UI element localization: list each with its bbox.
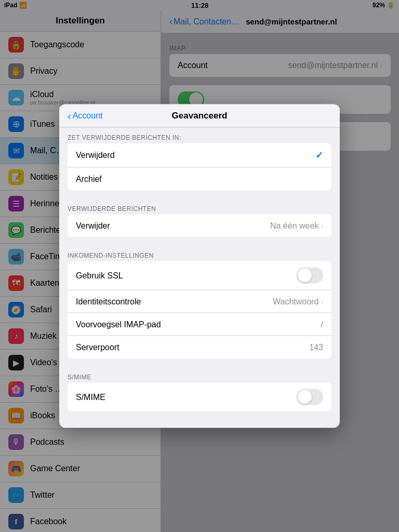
- modal-body: ZET VERWIJDERDE BERICHTEN IN: Verwijderd…: [59, 128, 340, 428]
- modal: ‹ Account Geavanceerd ZET VERWIJDERDE BE…: [59, 104, 340, 428]
- verwijder-value: Na één week ›: [270, 221, 323, 231]
- verwijderd-label: Verwijderd: [76, 151, 115, 160]
- modal-title: Geavanceerd: [172, 111, 228, 121]
- voorvoegsel-value: /: [321, 320, 323, 329]
- identiteit-label: Identiteitscontrole: [76, 297, 141, 306]
- verwijder-text: Na één week: [270, 221, 318, 231]
- modal-row-ssl[interactable]: Gebruik SSL: [68, 261, 331, 290]
- voorvoegsel-label: Voorvoegsel IMAP-pad: [76, 320, 161, 329]
- modal-row-verwijder[interactable]: Verwijder Na één week ›: [68, 215, 331, 237]
- identiteit-text: Wachtwoord: [273, 297, 318, 306]
- modal-back-button[interactable]: ‹ Account: [68, 110, 102, 122]
- smime-toggle[interactable]: [297, 389, 323, 405]
- section-group-2: Gebruik SSL Identiteitscontrole Wachtwoo…: [68, 261, 331, 359]
- modal-row-archief[interactable]: Archief: [68, 168, 331, 191]
- verwijder-chevron-icon: ›: [321, 222, 323, 230]
- section-label-3: S/MIME: [59, 367, 340, 383]
- section-label-2: INKOMEND-INSTELLINGEN: [59, 246, 340, 261]
- verwijderd-checkmark: ✓: [315, 150, 323, 161]
- section-group-1: Verwijder Na één week ›: [68, 215, 331, 237]
- modal-header: ‹ Account Geavanceerd: [59, 104, 340, 128]
- modal-row-verwijderd[interactable]: Verwijderd ✓: [68, 143, 331, 168]
- serverpoort-text: 143: [309, 343, 323, 352]
- modal-row-identiteit[interactable]: Identiteitscontrole Wachtwoord ›: [68, 290, 331, 313]
- section-label-1: VERWIJDERDE BERICHTEN: [59, 199, 340, 215]
- ssl-toggle-knob: [298, 269, 312, 283]
- smime-toggle-knob: [298, 390, 312, 404]
- serverpoort-value: 143: [309, 343, 323, 352]
- modal-row-voorvoegsel[interactable]: Voorvoegsel IMAP-pad /: [68, 313, 331, 336]
- modal-row-serverpoort[interactable]: Serverpoort 143: [68, 336, 331, 359]
- ssl-label: Gebruik SSL: [76, 271, 123, 280]
- modal-back-label: Account: [73, 111, 103, 121]
- serverpoort-label: Serverpoort: [76, 343, 119, 352]
- ssl-toggle[interactable]: [297, 268, 323, 284]
- identiteit-value: Wachtwoord ›: [273, 297, 323, 306]
- identiteit-chevron-icon: ›: [321, 297, 323, 305]
- smime-label: S/MIME: [76, 392, 105, 402]
- section-group-3: S/MIME: [68, 383, 331, 411]
- section-label-0: ZET VERWIJDERDE BERICHTEN IN:: [59, 128, 340, 143]
- section-group-0: Verwijderd ✓ Archief: [68, 143, 331, 191]
- verwijder-label: Verwijder: [76, 221, 110, 231]
- archief-label: Archief: [76, 175, 102, 184]
- voorvoegsel-text: /: [321, 320, 323, 329]
- modal-back-chevron-icon: ‹: [68, 110, 71, 122]
- modal-row-smime[interactable]: S/MIME: [68, 383, 331, 411]
